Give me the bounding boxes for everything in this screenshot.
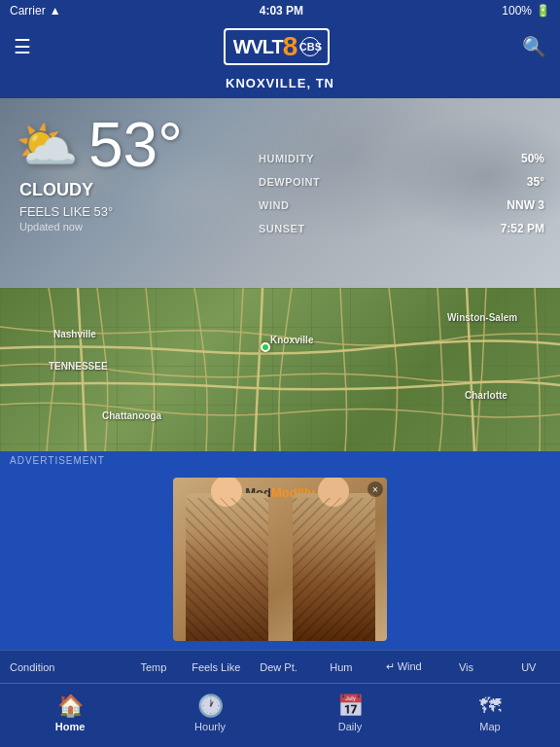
- humidity-value: 50%: [521, 152, 544, 165]
- col-condition: Condition: [0, 661, 122, 673]
- col-vis: Vis: [435, 661, 497, 673]
- nav-hourly[interactable]: 🕐 Hourly: [140, 694, 280, 732]
- nav-map[interactable]: 🗺 Map: [420, 694, 560, 732]
- status-time: 4:03 PM: [260, 4, 303, 18]
- header: ☰ WVLT 8 CBS 🔍: [0, 21, 560, 72]
- location-dot: [261, 342, 270, 352]
- cloud-icon: ⛅: [16, 116, 79, 175]
- map-container[interactable]: Nashville TENNESSEE Chattanooga Knoxvill…: [0, 288, 560, 451]
- col-hum: Hum: [310, 661, 372, 673]
- bottom-nav: 🏠 Home 🕐 Hourly 📅 Daily 🗺 Map: [0, 683, 560, 741]
- updated-text: Updated now: [19, 221, 83, 232]
- status-right: 100% 🔋: [502, 4, 550, 18]
- battery-label: 100%: [502, 4, 532, 18]
- map-label-winston-salem: Winston-Salem: [447, 312, 517, 323]
- status-bar: Carrier ▲ 4:03 PM 100% 🔋: [0, 0, 560, 21]
- condition-label: CLOUDY: [19, 180, 93, 200]
- map-label-charlotte: Charlotte: [465, 390, 508, 401]
- wifi-icon: ▲: [50, 4, 61, 18]
- logo-network: CBS: [300, 37, 320, 56]
- hourly-label: Hourly: [194, 721, 226, 732]
- status-left: Carrier ▲: [10, 4, 61, 18]
- map-label: Map: [479, 721, 500, 732]
- logo-number: 8: [283, 33, 298, 60]
- weather-right: HUMIDITY 50% DEWPOINT 35° WIND NNW 3 SUN…: [249, 114, 544, 272]
- weather-left: ⛅ 53° CLOUDY FEELS LIKE 53° Updated now: [16, 114, 249, 272]
- sunset-stat: SUNSET 7:52 PM: [259, 222, 544, 235]
- wind-value: NNW 3: [507, 198, 544, 212]
- carrier-label: Carrier: [10, 4, 46, 18]
- logo-text: WVLT: [233, 36, 283, 58]
- sunset-label: SUNSET: [259, 223, 305, 234]
- ad-close-button[interactable]: ×: [368, 481, 383, 497]
- col-wind: ↵ Wind: [372, 660, 435, 673]
- daily-icon: 📅: [337, 694, 364, 719]
- sunset-value: 7:52 PM: [501, 222, 544, 235]
- map-label-knoxville: Knoxville: [270, 335, 313, 345]
- dewpoint-value: 35°: [527, 175, 544, 189]
- battery-icon: 🔋: [536, 4, 550, 18]
- col-dew-pt: Dew Pt.: [247, 661, 309, 673]
- weather-icon-temp: ⛅ 53°: [16, 114, 183, 176]
- col-uv: UV: [498, 661, 560, 673]
- daily-label: Daily: [338, 721, 362, 732]
- weather-panel: ⛅ 53° CLOUDY FEELS LIKE 53° Updated now …: [0, 98, 560, 288]
- location-text: KNOXVILLE, TN: [226, 76, 334, 90]
- home-label: Home: [55, 721, 86, 732]
- home-icon: 🏠: [57, 694, 84, 719]
- search-button[interactable]: 🔍: [522, 35, 546, 58]
- nav-daily[interactable]: 📅 Daily: [280, 694, 420, 732]
- map-label-tennessee: TENNESSEE: [49, 361, 108, 372]
- map-label-nashville: Nashville: [53, 329, 96, 339]
- weather-content: ⛅ 53° CLOUDY FEELS LIKE 53° Updated now …: [0, 98, 560, 288]
- humidity-label: HUMIDITY: [259, 153, 314, 164]
- wind-stat: WIND NNW 3: [259, 198, 544, 212]
- menu-button[interactable]: ☰: [14, 35, 31, 58]
- wind-label: WIND: [259, 199, 289, 211]
- feels-like: FEELS LIKE 53°: [19, 204, 113, 219]
- table-header: Condition Temp Feels Like Dew Pt. Hum ↵ …: [0, 650, 560, 683]
- hourly-icon: 🕐: [197, 694, 224, 719]
- nav-home[interactable]: 🏠 Home: [0, 694, 140, 732]
- ad-label-text: ADVERTISEMENT: [10, 455, 105, 466]
- dewpoint-stat: DEWPOINT 35°: [259, 175, 544, 189]
- col-feels-like: Feels Like: [185, 661, 247, 673]
- dewpoint-label: DEWPOINT: [259, 176, 320, 188]
- map-label-chattanooga: Chattanooga: [102, 410, 161, 421]
- ad-banner[interactable]: ModModlily ×: [173, 478, 387, 641]
- feels-like-value: 53°: [94, 204, 114, 219]
- feels-like-label: FEELS LIKE: [19, 204, 90, 219]
- col-temp: Temp: [122, 661, 185, 673]
- ad-container: ModModlily ×: [0, 470, 560, 650]
- map-icon: 🗺: [479, 694, 501, 719]
- logo: WVLT 8 CBS: [224, 28, 331, 65]
- humidity-stat: HUMIDITY 50%: [259, 152, 544, 165]
- ad-label: ADVERTISEMENT: [0, 451, 560, 470]
- temperature-display: 53°: [88, 114, 183, 176]
- location-bar: KNOXVILLE, TN: [0, 72, 560, 98]
